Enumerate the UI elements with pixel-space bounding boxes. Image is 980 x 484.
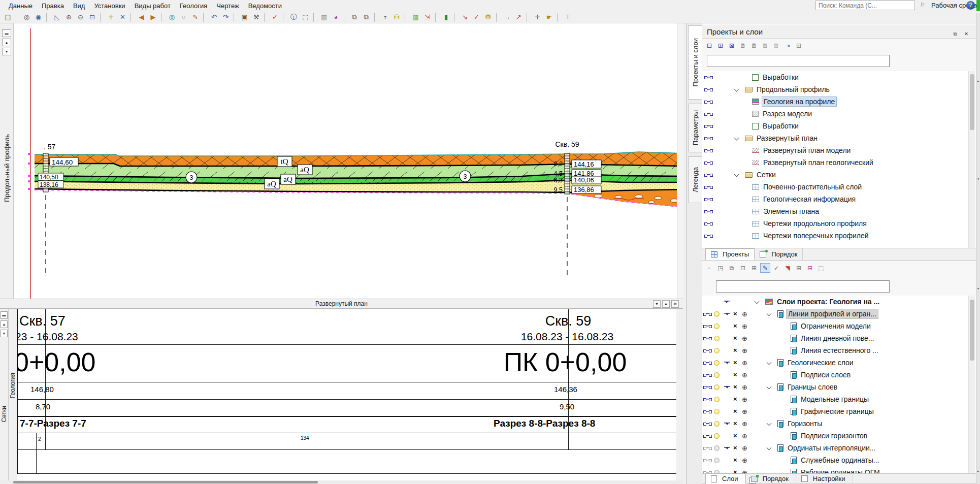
link-icon[interactable] (703, 311, 712, 316)
info-icon[interactable]: ⓘ (288, 12, 299, 22)
link-icon[interactable] (704, 197, 713, 202)
open-object-icon[interactable]: ▤ (3, 12, 13, 22)
delete-x-icon[interactable]: × (733, 372, 737, 377)
layer-node-icon[interactable]: ◳ (715, 263, 726, 273)
layer-up-icon[interactable]: ◥ (782, 263, 793, 273)
menu-item[interactable]: Ведомости (244, 1, 286, 11)
bulb-visibility-icon[interactable] (714, 445, 720, 451)
check-table-icon[interactable]: ✓ (270, 12, 280, 22)
tab-projects-and-layers[interactable]: Проекты и слои (688, 25, 702, 100)
tree-row[interactable]: Развернутый план (702, 132, 976, 144)
chevron-expand-icon[interactable] (767, 445, 772, 450)
bulb-visibility-icon[interactable] (714, 433, 720, 439)
link-icon[interactable] (703, 458, 712, 463)
capture-target-icon[interactable]: ⊕ (742, 444, 747, 452)
delete-x-icon[interactable]: × (733, 470, 737, 473)
bottom-tab[interactable]: Настройки (796, 473, 853, 484)
scroll-down-button[interactable]: ▼ (2, 48, 11, 55)
chevron-expand-icon[interactable] (767, 360, 772, 365)
draw-filter-icon[interactable]: ✎ (760, 263, 770, 273)
bottom-tab[interactable]: Слои (705, 473, 746, 484)
capture-target-icon[interactable]: ⊕ (742, 420, 747, 428)
capture-target-icon[interactable]: ⊕ (742, 469, 747, 474)
layers-tree-scrollbar[interactable] (968, 296, 975, 473)
link-icon[interactable] (703, 445, 712, 450)
tree-row[interactable]: Геологическая информация (702, 193, 976, 205)
raster-export-icon[interactable]: ▦ (410, 12, 421, 22)
link-icon[interactable] (704, 209, 713, 214)
import-arrow-icon[interactable]: ↘ (460, 12, 470, 22)
tree-row[interactable]: Разрез модели (702, 108, 976, 120)
redo-icon[interactable]: ↷ (220, 12, 231, 22)
bulb-visibility-icon[interactable] (714, 470, 720, 474)
tree-row[interactable]: Сетки (702, 169, 976, 181)
profile-tool-icon[interactable]: ⲧ (380, 12, 390, 22)
doc-new-icon[interactable]: 🗎 (738, 41, 748, 50)
build-tools-icon[interactable]: ⚒ (251, 12, 262, 22)
layer-row[interactable]: × ⊕ Геологические слои (702, 357, 976, 369)
capture-target-icon[interactable]: ⊕ (742, 359, 747, 367)
delete-x-icon[interactable]: × (733, 336, 737, 341)
scrollbar-thumb[interactable] (970, 74, 974, 130)
layer-row[interactable]: × ⊕ Горизонты (702, 417, 976, 430)
hand-pick-icon[interactable]: ☛ (544, 12, 554, 22)
capture-target-icon[interactable]: ⊕ (742, 457, 747, 464)
delete-x-icon[interactable]: × (733, 384, 737, 390)
link-icon[interactable] (703, 348, 712, 353)
zoom-drag-icon[interactable]: ◉ (33, 12, 44, 22)
tab-grids[interactable]: Сетки (1, 406, 8, 422)
next-fragment-icon[interactable]: ▶ (148, 12, 158, 22)
undo-icon[interactable]: ↶ (209, 12, 219, 22)
menu-item[interactable]: Вид (69, 1, 90, 11)
notification-flag-icon[interactable]: ⚐ (920, 2, 925, 8)
delete-x-icon[interactable]: × (733, 409, 737, 414)
fit-view-icon[interactable]: ✕ (117, 12, 128, 22)
menu-item[interactable]: Чертеж (212, 1, 243, 11)
capture-target-icon[interactable]: ⊕ (742, 310, 747, 318)
close-icon[interactable]: ✕ (962, 29, 971, 38)
layer-row[interactable]: × ⊕ Линии профилей и огран... (702, 308, 976, 320)
link-icon[interactable] (703, 397, 712, 402)
scroll-up-button[interactable]: ▲ (1, 320, 8, 328)
layer-row[interactable]: × ⊕ Подписи горизонтов (702, 430, 976, 442)
link-icon[interactable] (703, 324, 712, 329)
bottom-tab[interactable]: Порядок (746, 473, 796, 484)
layer-row[interactable]: × ⊕ Границы слоев (702, 381, 976, 393)
layers-filter-input[interactable] (716, 280, 890, 293)
scrollbar-thumb[interactable] (970, 300, 974, 361)
bulb-visibility-icon[interactable] (714, 311, 720, 317)
zoom-in-icon[interactable]: ⊕ (63, 12, 74, 22)
menu-item[interactable]: Установки (89, 1, 129, 11)
view-tab[interactable]: Порядок (755, 248, 803, 260)
chevron-expand-icon[interactable] (734, 87, 739, 92)
bulb-visibility-icon[interactable] (714, 458, 720, 463)
link-icon[interactable] (704, 87, 713, 92)
link-node-icon[interactable]: ⊞ (715, 41, 726, 50)
capture-target-icon[interactable]: ⊕ (742, 347, 747, 354)
chart-window-icon[interactable]: ▥ (319, 12, 330, 22)
layer-row[interactable]: × ⊕ Графические границы (702, 405, 976, 417)
layers-root-row[interactable]: Слои проекта: Геология на ... (702, 296, 976, 308)
layer-row[interactable]: × ⊕ Линия дневной пове... (702, 332, 976, 344)
link-down-icon[interactable] (723, 384, 731, 390)
menu-item[interactable]: Геология (175, 1, 212, 11)
zoom-pointer-icon[interactable]: ◎ (167, 12, 177, 22)
tree-row[interactable]: Чертежи продольного профиля (702, 217, 976, 230)
bulb-visibility-icon[interactable] (714, 336, 720, 341)
paste-window-icon[interactable]: ⧉ (361, 12, 372, 22)
layers-export-icon[interactable]: ⛃ (483, 12, 494, 22)
layer-row[interactable]: × ⊕ Ограничения модели (702, 320, 976, 332)
chevron-expand-icon[interactable] (734, 136, 739, 141)
panel-down-button[interactable]: ▼ (653, 300, 661, 308)
link-icon[interactable] (704, 136, 713, 141)
panel-up-button[interactable]: ▲ (662, 300, 670, 308)
menu-item[interactable]: Правка (37, 1, 69, 11)
link-icon[interactable] (704, 184, 713, 189)
splitter-arrow-icon[interactable]: ◂ (977, 79, 979, 83)
point-next-icon[interactable]: → (502, 12, 512, 22)
tab-parameters[interactable]: Параметры (688, 104, 702, 152)
capture-target-icon[interactable]: ⊕ (742, 396, 747, 403)
scrollbar-thumb[interactable] (13, 481, 318, 483)
bulb-visibility-icon[interactable] (714, 384, 720, 390)
tree-row[interactable]: Развернутый план геологический (702, 156, 976, 169)
